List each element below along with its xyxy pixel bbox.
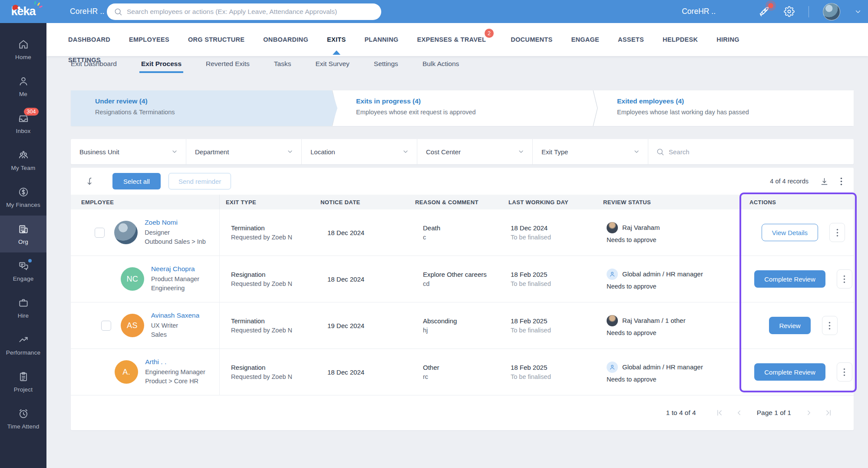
employee-department: Sales bbox=[151, 330, 200, 339]
exit-type: Resignation bbox=[231, 271, 314, 278]
complete-review-button[interactable]: Complete Review bbox=[754, 363, 825, 381]
download-icon[interactable] bbox=[820, 177, 829, 186]
filter-business-unit[interactable]: Business Unit bbox=[71, 139, 186, 164]
subtab-bulk-actions[interactable]: Bulk Actions bbox=[422, 60, 459, 73]
sidebar-item-me[interactable]: Me bbox=[0, 68, 46, 105]
column-header: REASON & COMMENT bbox=[409, 199, 502, 206]
global-search[interactable] bbox=[107, 3, 381, 20]
profile-menu-button[interactable] bbox=[854, 8, 862, 16]
filter-department[interactable]: Department bbox=[186, 139, 302, 164]
chevron-down-icon bbox=[402, 148, 409, 155]
subtab-reverted-exits[interactable]: Reverted Exits bbox=[206, 60, 250, 73]
nav-tab-onboarding[interactable]: ONBOARDING bbox=[263, 23, 308, 56]
expenses-badge: 2 bbox=[485, 29, 494, 38]
filter-cost-center[interactable]: Cost Center bbox=[417, 139, 533, 164]
sidebar-item-my-team[interactable]: My Team bbox=[0, 142, 46, 179]
sort-icon[interactable] bbox=[86, 176, 95, 186]
employee-department: Product > Core HR bbox=[145, 377, 205, 386]
row-menu-button[interactable] bbox=[837, 362, 852, 382]
exit-comment: cd bbox=[423, 280, 502, 287]
briefcase-icon bbox=[18, 297, 29, 309]
next-page-button[interactable] bbox=[805, 409, 813, 417]
nav-tab-exits[interactable]: EXITS bbox=[327, 23, 346, 56]
subtab-exit-process[interactable]: Exit Process bbox=[141, 60, 182, 73]
column-header: EXIT TYPE bbox=[220, 199, 314, 206]
first-page-button[interactable] bbox=[715, 408, 724, 417]
keka-logo[interactable]: keka bbox=[0, 0, 46, 23]
nav-tab-employees[interactable]: EMPLOYEES bbox=[129, 23, 169, 56]
step-exits-in-progress[interactable]: Exits in progress (4) Employees whose ex… bbox=[332, 90, 593, 126]
nav-tab-hiring[interactable]: HIRING bbox=[716, 23, 739, 56]
exit-comment: c bbox=[423, 234, 502, 241]
table-row: AS Avinash Saxena UX Writer Sales Termin… bbox=[71, 302, 854, 349]
settings-gear-button[interactable] bbox=[784, 6, 795, 17]
employee-name-link[interactable]: Neeraj Chopra bbox=[151, 265, 199, 273]
subtab-exit-dashboard[interactable]: Exit Dashboard bbox=[71, 60, 117, 73]
step-exited-employees[interactable]: Exited employees (4) Employees whose las… bbox=[593, 90, 854, 126]
employee-name-link[interactable]: Avinash Saxena bbox=[151, 312, 200, 319]
sidebar-item-label: Performance bbox=[6, 349, 40, 356]
user-avatar[interactable] bbox=[823, 3, 840, 20]
previous-page-button[interactable] bbox=[735, 409, 743, 417]
sidebar-item-label: Project bbox=[14, 386, 33, 393]
nav-tab-engage[interactable]: ENGAGE bbox=[571, 23, 599, 56]
row-checkbox[interactable] bbox=[101, 321, 111, 331]
sidebar-item-inbox[interactable]: 304 Inbox bbox=[0, 105, 46, 142]
nav-tab-org-structure[interactable]: ORG STRUCTURE bbox=[188, 23, 244, 56]
view-details-button[interactable]: View Details bbox=[762, 224, 818, 241]
sidebar-item-hire[interactable]: Hire bbox=[0, 289, 46, 326]
select-all-button[interactable]: Select all bbox=[112, 173, 161, 189]
subtab-exit-survey[interactable]: Exit Survey bbox=[315, 60, 349, 73]
nav-tab-helpdesk[interactable]: HELPDESK bbox=[663, 23, 698, 56]
nav-tab-documents[interactable]: DOCUMENTS bbox=[511, 23, 552, 56]
sidebar-item-time-attend[interactable]: Time Attend bbox=[0, 400, 46, 437]
table-search[interactable] bbox=[648, 139, 854, 164]
kebab-menu-icon bbox=[836, 229, 838, 237]
global-search-input[interactable] bbox=[127, 8, 374, 16]
send-reminder-button[interactable]: Send reminder bbox=[168, 173, 231, 189]
divider bbox=[809, 6, 809, 17]
table-row: NC Neeraj Chopra Product Manager Enginee… bbox=[71, 256, 854, 302]
row-menu-button[interactable] bbox=[829, 223, 845, 242]
sidebar-item-performance[interactable]: Performance bbox=[0, 326, 46, 363]
step-separator bbox=[593, 90, 599, 126]
confetti-decoration bbox=[39, 5, 43, 8]
review-button[interactable]: Review bbox=[769, 317, 810, 334]
row-checkbox[interactable] bbox=[95, 228, 105, 238]
search-icon bbox=[656, 148, 664, 156]
sidebar-item-my-finances[interactable]: My Finances bbox=[0, 179, 46, 216]
exit-type: Termination bbox=[231, 317, 314, 325]
kebab-menu-icon[interactable] bbox=[840, 177, 842, 186]
filter-label: Business Unit bbox=[79, 148, 119, 156]
sidebar-item-engage[interactable]: Engage bbox=[0, 252, 46, 289]
sidebar-item-home[interactable]: Home bbox=[0, 31, 46, 68]
top-bar: keka CoreHR .. CoreHR .. bbox=[0, 0, 868, 23]
row-menu-button[interactable] bbox=[837, 269, 852, 289]
nav-tab-planning[interactable]: PLANNING bbox=[364, 23, 398, 56]
whats-new-button[interactable] bbox=[758, 6, 770, 17]
last-page-button[interactable] bbox=[824, 408, 833, 417]
sidebar-item-org[interactable]: Org bbox=[0, 216, 46, 252]
complete-review-button[interactable]: Complete Review bbox=[754, 270, 825, 288]
employee-title: Product Manager bbox=[151, 275, 199, 284]
subtab-settings[interactable]: Settings bbox=[374, 60, 398, 73]
reviewer-name: Raj Varaham / 1 other bbox=[622, 317, 686, 324]
filter-location[interactable]: Location bbox=[302, 139, 417, 164]
table-search-input[interactable] bbox=[669, 148, 846, 156]
filter-exit-type[interactable]: Exit Type bbox=[533, 139, 648, 164]
nav-tab-expenses-travel[interactable]: EXPENSES & TRAVEL 2 bbox=[417, 23, 486, 56]
sidebar-item-project[interactable]: Project bbox=[0, 363, 46, 400]
employee-name-link[interactable]: Zoeb Nomi bbox=[145, 219, 206, 226]
rocket-icon bbox=[758, 6, 770, 17]
chevron-down-icon bbox=[287, 148, 294, 155]
avatar-initials: NC bbox=[126, 275, 138, 284]
employee-name-link[interactable]: Arthi . . bbox=[145, 358, 205, 366]
kebab-menu-icon bbox=[828, 322, 831, 330]
step-under-review[interactable]: Under review (4) Resignations & Terminat… bbox=[71, 90, 332, 126]
nav-tab-assets[interactable]: ASSETS bbox=[618, 23, 644, 56]
review-status: Needs to approve bbox=[607, 329, 739, 336]
nav-tab-dashboard[interactable]: DASHBOARD bbox=[68, 23, 110, 56]
row-menu-button[interactable] bbox=[822, 316, 838, 335]
subtab-tasks[interactable]: Tasks bbox=[274, 60, 291, 73]
employee-title: Engineering Manager bbox=[145, 368, 205, 377]
